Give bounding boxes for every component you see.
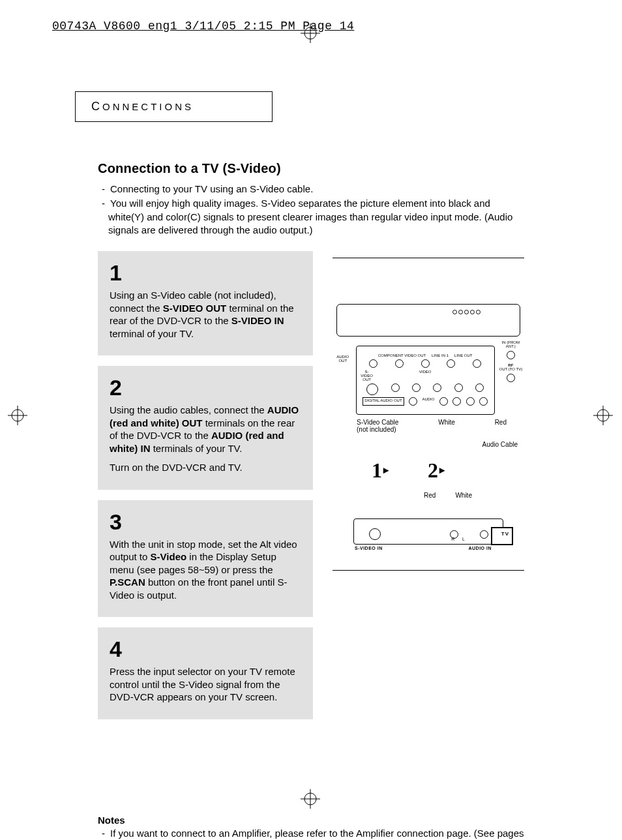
label-svideo-cable-note: (not included) [357, 426, 396, 433]
step-number: 4 [110, 638, 301, 660]
step-2: 2 Using the audio cables, connect the AU… [98, 366, 313, 490]
step-4: 4 Press the input selector on your TV re… [98, 627, 313, 719]
label-red-2: Red [424, 492, 436, 499]
svideo-out-jack [366, 383, 378, 395]
notes-section: Notes If you want to connect to an Ampli… [98, 815, 524, 841]
crop-mark-left [8, 406, 29, 427]
tv-audio-l-jack [480, 530, 488, 539]
label-out-to-tv: OUT (TO TV) [497, 367, 524, 371]
step-number: 2 [110, 376, 301, 398]
section-heading-box: CONNECTIONS [75, 91, 273, 122]
label-white-2: White [455, 492, 472, 499]
section-letter: C [91, 100, 102, 113]
note-item: If you want to connect to an Amplifier, … [98, 827, 524, 841]
step-3: 3 With the unit in stop mode, set the Al… [98, 500, 313, 618]
label-line-out: LINE OUT [454, 353, 473, 357]
label-svideo-cable: S-Video Cable [357, 419, 398, 426]
dvd-vcr-rear [336, 304, 520, 337]
intro-list: Connecting to your TV using an S-Video c… [98, 183, 524, 237]
label-audio-in: AUDIO IN [469, 546, 492, 550]
steps-column: 1 Using an S-Video cable (not included),… [98, 251, 313, 730]
divider-top [333, 258, 524, 258]
callout-2: 2 [428, 458, 445, 483]
callout-1: 1 [372, 458, 389, 483]
crop-mark-right [593, 406, 614, 427]
label-audio-out: AUDIO OUT [333, 355, 353, 363]
step-number: 1 [110, 262, 301, 284]
crop-mark-top [301, 23, 321, 44]
label-svideo-out: S-VIDEO OUT [361, 370, 374, 382]
label-digital-audio-out: DIGITAL AUDIO OUT [363, 397, 404, 406]
label-audio-cable: Audio Cable [482, 441, 518, 448]
intro-item: You will enjoy high quality images. S-Vi… [98, 197, 524, 237]
label-audio: AUDIO [422, 397, 434, 406]
step-1: 1 Using an S-Video cable (not included),… [98, 251, 313, 355]
connection-panel: COMPONENT VIDEO OUT LINE IN 1 LINE OUT S… [356, 346, 495, 415]
label-red: Red [495, 419, 507, 433]
label-white: White [438, 419, 455, 433]
diagram-column: AUDIO OUT COMPONENT VIDEO OUT LINE IN 1 … [333, 251, 524, 730]
page-title: Connection to a TV (S-Video) [98, 161, 524, 176]
step-number: 3 [110, 511, 301, 533]
notes-title: Notes [98, 815, 524, 826]
label-in-from-ant: IN (FROM ANT.) [497, 340, 524, 348]
tv-label: TV [501, 531, 509, 537]
tv-rear: TV R L [353, 518, 503, 545]
label-component: COMPONENT VIDEO OUT [378, 353, 426, 357]
divider-bottom [333, 570, 524, 571]
tv-svideo-in-jack [369, 528, 381, 540]
label-line-in: LINE IN 1 [432, 353, 449, 357]
intro-item: Connecting to your TV using an S-Video c… [98, 183, 524, 196]
label-svideo-in: S-VIDEO IN [355, 546, 383, 550]
label-video: VIDEO [374, 370, 477, 382]
section-rest: ONNECTIONS [102, 101, 194, 112]
crop-mark-bottom [301, 789, 321, 810]
